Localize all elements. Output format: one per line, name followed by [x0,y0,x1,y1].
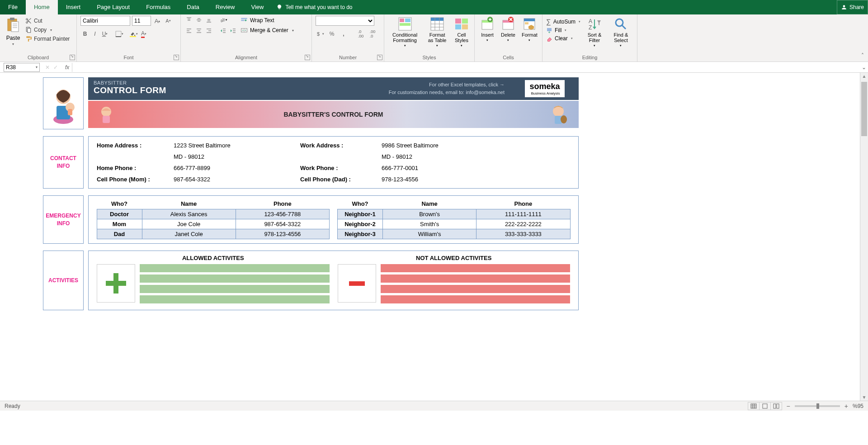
grow-font-button[interactable]: A▴ [153,16,162,25]
shrink-font-button[interactable]: A▾ [164,16,173,25]
formula-bar: R38 ✕ ✓ fx ⌄ [0,62,868,73]
tab-page-layout[interactable]: Page Layout [89,0,138,14]
cell-mom-label: Cell Phone (Mom) : [97,176,174,183]
worksheet-area[interactable]: BABYSITTER CONTROL FORM For other Excel … [0,73,868,401]
font-group-label: Font [77,54,180,62]
scrollbar-thumb[interactable] [861,82,867,136]
zoom-level[interactable]: %95 [853,403,863,409]
svg-rect-46 [431,18,443,21]
alignment-dialog-launcher[interactable] [305,55,310,60]
number-dialog-launcher[interactable] [377,55,382,60]
svg-rect-89 [774,404,776,408]
border-button[interactable]: ▾ [115,29,124,38]
underline-button[interactable]: U▾ [100,29,109,38]
cut-button[interactable]: Cut [25,18,70,24]
cancel-formula-icon[interactable]: ✕ [45,64,50,71]
svg-text:$: $ [317,31,320,37]
vertical-scrollbar[interactable]: ▲ ▼ [860,73,868,401]
font-name-select[interactable] [80,16,130,26]
copy-icon [25,27,32,33]
percent-button[interactable]: % [327,29,336,38]
fill-down-icon [546,27,552,33]
format-painter-button[interactable]: Format Painter [25,36,70,42]
tab-data[interactable]: Data [179,0,207,14]
scroll-down-icon[interactable]: ▼ [860,395,868,400]
clipboard-dialog-launcher[interactable] [70,55,75,60]
align-top-button[interactable] [184,16,193,24]
decrease-indent-button[interactable] [219,27,228,35]
page-icon [762,403,768,409]
fill-button[interactable]: Fill▾ [546,27,580,33]
bucket-icon [130,31,136,37]
clear-button[interactable]: Clear▾ [546,35,580,42]
page-layout-view-button[interactable] [759,402,771,410]
tab-insert[interactable]: Insert [58,0,89,14]
font-size-select[interactable] [132,16,151,26]
svg-rect-77 [68,109,72,115]
editing-group-label: Editing [542,54,637,62]
number-format-select[interactable] [316,16,374,26]
font-dialog-launcher[interactable] [174,55,179,60]
svg-rect-83 [751,404,756,408]
page-break-view-button[interactable] [770,402,782,410]
scroll-up-icon[interactable]: ▲ [860,73,868,79]
autosum-button[interactable]: ∑AutoSum▾ [546,18,580,25]
activity-line [140,264,330,272]
align-bottom-icon [206,17,212,23]
table-row: DoctorAlexis Sances123-456-7788 [97,209,330,219]
cell-mom: 987-654-3322 [174,176,300,183]
name-box[interactable]: R38 [4,63,40,72]
status-bar: Ready − + %95 [0,401,868,411]
tab-view[interactable]: View [243,0,272,14]
currency-button[interactable]: $▾ [316,29,325,38]
formula-input[interactable] [72,63,860,72]
merge-center-button[interactable]: Merge & Center▾ [241,27,294,34]
decrease-decimal-button[interactable]: .00.0 [368,29,377,38]
logo-subtitle: Business Analysis [529,91,560,95]
fill-color-button[interactable]: ▾ [129,29,138,38]
activity-line [381,275,571,283]
tab-formulas[interactable]: Formulas [138,0,179,14]
orientation-button[interactable]: ab▾ [219,16,228,24]
activities-section-label: ACTIVITIES [43,251,84,310]
normal-view-button[interactable] [748,402,760,410]
enter-formula-icon[interactable]: ✓ [53,64,58,71]
wrap-text-button[interactable]: Wrap Text [241,17,294,24]
comma-button[interactable]: , [339,29,348,38]
increase-indent-button[interactable] [229,27,238,35]
align-left-button[interactable] [184,27,193,35]
zoom-slider[interactable] [795,405,840,407]
tab-home[interactable]: Home [26,0,58,14]
expand-formula-bar-button[interactable]: ⌄ [860,64,868,71]
banner: BABYSITTER'S CONTROL FORM [88,101,579,128]
activity-line [140,275,330,283]
conditional-formatting-icon [398,17,412,31]
align-center-button[interactable] [194,27,203,35]
header-subtitle: BABYSITTER [94,80,297,85]
collapse-ribbon-button[interactable]: ˄ [857,14,868,62]
tab-review[interactable]: Review [208,0,243,14]
table-row: Neighbor-3William's333-333-3333 [338,229,571,239]
align-right-button[interactable] [204,27,213,35]
svg-rect-7 [28,28,31,33]
tab-file[interactable]: File [0,0,26,14]
italic-button[interactable]: I [90,29,99,38]
indent-icon [230,28,236,34]
increase-decimal-button[interactable]: .0.00 [356,29,365,38]
share-button[interactable]: Share [837,0,868,14]
tell-me-search[interactable]: Tell me what you want to do [272,0,357,14]
align-bottom-button[interactable] [204,16,213,24]
copy-button[interactable]: Copy▾ [25,27,70,33]
font-color-button[interactable]: A▾ [139,29,148,38]
not-allowed-title: NOT ALLOWED ACTIVITES [338,255,571,264]
align-middle-button[interactable] [194,16,203,24]
work-addr-label: Work Address : [300,142,382,149]
zoom-in-button[interactable]: + [844,402,848,410]
emergency-table-left: Who? Name Phone DoctorAlexis Sances123-4… [97,200,330,239]
zoom-out-button[interactable]: − [787,402,790,410]
fx-label[interactable]: fx [62,64,72,71]
bold-button[interactable]: B [80,29,90,38]
activity-line [381,264,571,272]
svg-rect-52 [462,19,468,24]
activity-line [140,295,330,303]
